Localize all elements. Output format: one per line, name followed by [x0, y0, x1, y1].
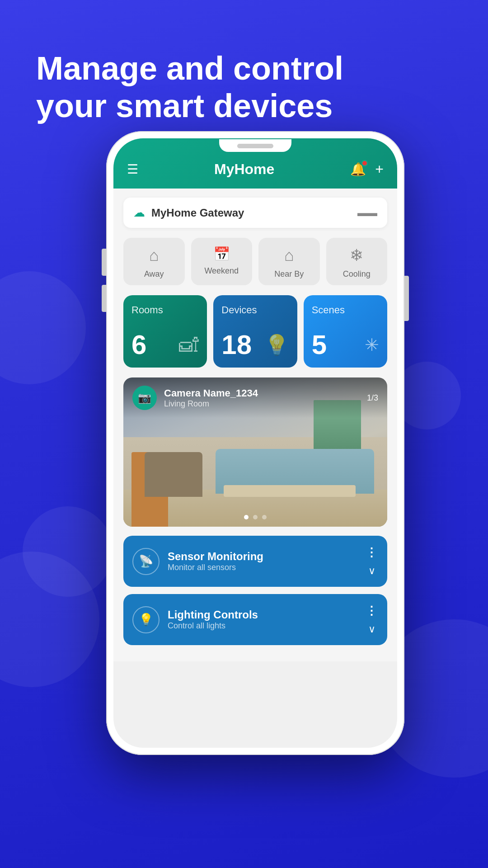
app-content: ☁ MyHome Gateway ▬▬ ⌂ Away 📅 Weekend [113, 189, 397, 661]
camera-info: Camera Name_1234 Living Room [164, 387, 360, 409]
devices-title: Devices [221, 304, 289, 316]
sensor-icon-circle: 📡 [132, 548, 160, 575]
power-button [404, 276, 409, 321]
gateway-info: ☁ MyHome Gateway [133, 206, 244, 220]
gateway-settings-icon[interactable]: ▬▬ [357, 207, 377, 219]
scenes-card[interactable]: Scenes 5 ✳ [304, 295, 387, 368]
camera-overlay: 📷 Camera Name_1234 Living Room 1/3 [123, 377, 387, 418]
camera-card[interactable]: 📷 Camera Name_1234 Living Room 1/3 [123, 377, 387, 527]
app-title: MyHome [214, 161, 274, 178]
cooling-label: Cooling [343, 269, 371, 279]
mode-cooling-button[interactable]: ❄ Cooling [326, 238, 388, 285]
lighting-controls-item[interactable]: 💡 Lighting Controls Control all lights ⋮… [123, 594, 387, 645]
sensor-monitoring-item[interactable]: 📡 Sensor Monitoring Monitor all sensors … [123, 536, 387, 587]
scenes-title: Scenes [312, 304, 379, 316]
rooms-bottom: 6 🛋 [131, 331, 199, 359]
rooms-count: 6 [131, 331, 146, 359]
camera-icon: 📷 [138, 392, 151, 404]
lighting-info: Lighting Controls Control all lights [168, 609, 357, 631]
scenes-icon: ✳ [365, 335, 379, 355]
mode-away-button[interactable]: ⌂ Away [123, 238, 185, 285]
phone-frame: ☰ MyHome 🔔 + ☁ MyHome Gateway [106, 131, 404, 755]
mode-nearby-button[interactable]: ⌂ Near By [258, 238, 320, 285]
notification-bell-button[interactable]: 🔔 [350, 162, 366, 177]
devices-bottom: 18 💡 [221, 331, 289, 359]
sensor-actions: ⋮ ∨ [366, 546, 378, 577]
devices-count: 18 [221, 331, 252, 359]
nearby-label: Near By [274, 269, 304, 279]
camera-room: Living Room [164, 399, 360, 409]
camera-dot-1[interactable] [244, 515, 249, 519]
menu-icon[interactable]: ☰ [127, 162, 138, 177]
away-icon: ⌂ [149, 246, 159, 265]
volume-down-button [102, 285, 106, 312]
phone-screen: ☰ MyHome 🔔 + ☁ MyHome Gateway [113, 138, 397, 748]
lighting-icon-circle: 💡 [132, 606, 160, 633]
stats-row: Rooms 6 🛋 Devices 18 💡 [123, 295, 387, 368]
lighting-name: Lighting Controls [168, 609, 357, 621]
lighting-icon: 💡 [139, 613, 153, 627]
modes-row: ⌂ Away 📅 Weekend ⌂ Near By ❄ Cooling [123, 238, 387, 285]
weekend-label: Weekend [204, 266, 239, 276]
gateway-name: MyHome Gateway [151, 207, 244, 219]
cooling-icon: ❄ [350, 246, 363, 265]
sensor-name: Sensor Monitoring [168, 550, 357, 563]
notch-bar [237, 144, 273, 148]
camera-dot-3[interactable] [262, 515, 267, 519]
lighting-actions: ⋮ ∨ [366, 604, 378, 635]
notification-badge [361, 160, 368, 166]
sensor-more-button[interactable]: ⋮ [366, 546, 378, 560]
sensor-info: Sensor Monitoring Monitor all sensors [168, 550, 357, 572]
rooms-card[interactable]: Rooms 6 🛋 [123, 295, 207, 368]
rooms-icon: 🛋 [179, 334, 199, 356]
weekend-icon: 📅 [213, 246, 230, 262]
volume-up-button [102, 249, 106, 276]
sensor-sub: Monitor all sensors [168, 563, 357, 572]
add-device-button[interactable]: + [375, 161, 384, 178]
camera-counter: 1/3 [367, 393, 378, 403]
camera-dots [244, 515, 267, 519]
lr-chair [145, 452, 202, 497]
nearby-icon: ⌂ [284, 246, 294, 265]
headline-line2: your smart devices [36, 87, 452, 125]
scenes-bottom: 5 ✳ [312, 331, 379, 359]
mode-weekend-button[interactable]: 📅 Weekend [191, 238, 253, 285]
headline-line1: Manage and control [36, 50, 452, 87]
sensor-icon: 📡 [139, 554, 153, 568]
sensor-expand-button[interactable]: ∨ [368, 565, 375, 577]
phone-mockup: ☰ MyHome 🔔 + ☁ MyHome Gateway [36, 131, 474, 868]
scenes-count: 5 [312, 331, 327, 359]
camera-dot-2[interactable] [253, 515, 258, 519]
gateway-bar[interactable]: ☁ MyHome Gateway ▬▬ [123, 198, 387, 228]
camera-icon-circle: 📷 [132, 386, 157, 410]
away-label: Away [144, 269, 164, 279]
lighting-more-button[interactable]: ⋮ [366, 604, 378, 618]
lighting-sub: Control all lights [168, 621, 357, 631]
lr-table [224, 485, 356, 497]
camera-name: Camera Name_1234 [164, 387, 360, 399]
cloud-icon: ☁ [133, 206, 145, 220]
phone-notch [219, 139, 291, 152]
page-headline: Manage and control your smart devices [36, 50, 452, 125]
devices-icon: 💡 [264, 333, 289, 357]
lighting-expand-button[interactable]: ∨ [368, 623, 375, 635]
rooms-title: Rooms [131, 304, 199, 316]
devices-card[interactable]: Devices 18 💡 [213, 295, 297, 368]
header-actions: 🔔 + [350, 161, 384, 178]
